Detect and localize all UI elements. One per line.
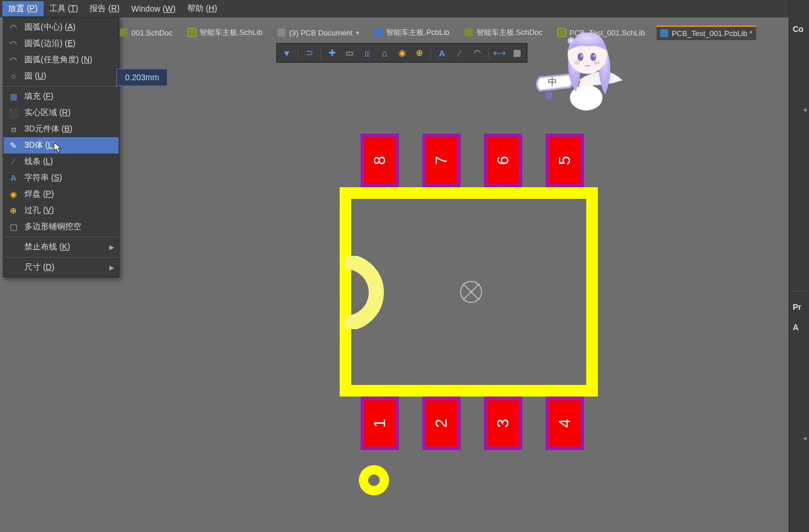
pad-2[interactable]: 2	[422, 397, 461, 450]
right-panel-sub: A	[793, 323, 799, 332]
arc-icon: ◠	[8, 22, 19, 33]
svg-point-12	[590, 53, 596, 61]
right-panel-title: Co	[793, 24, 804, 34]
collapse-arrow-icon[interactable]: ◂	[803, 105, 807, 114]
svg-point-15	[574, 61, 580, 65]
menu-report[interactable]: 报告 (R)	[84, 1, 125, 16]
menu-place-key: P	[30, 3, 35, 13]
pad-8[interactable]: 8	[361, 134, 399, 187]
pad-3[interactable]: 3	[484, 397, 522, 450]
menu-place[interactable]: 放置 (P)	[2, 1, 44, 16]
menu-bar: 放置 (P) 工具 (T) 报告 (R) Window (W) 帮助 (H)	[0, 0, 809, 17]
assistant-mascot[interactable]: 中	[535, 22, 628, 115]
pad-4[interactable]: 4	[546, 397, 584, 450]
mascot-badge-text: 中	[548, 77, 557, 87]
right-panel-collapsed[interactable]: Co ◂ Pr A ◂	[789, 0, 809, 532]
right-panel-properties: Pr	[793, 302, 801, 312]
menu-window[interactable]: Window (W)	[126, 2, 181, 16]
pcb-canvas[interactable]: 8 7 6 5 1 2 3 4	[0, 35, 783, 532]
svg-point-14	[594, 55, 596, 57]
svg-point-7	[368, 474, 380, 486]
svg-rect-8	[546, 92, 553, 99]
pin1-dot-marker	[356, 462, 530, 498]
pad-1[interactable]: 1	[361, 397, 399, 450]
svg-point-11	[578, 53, 583, 61]
collapse-arrow-icon[interactable]: ◂	[803, 433, 807, 442]
pad-5[interactable]: 5	[546, 134, 584, 187]
pin1-marker	[340, 256, 389, 329]
svg-point-16	[594, 61, 600, 65]
svg-point-18	[570, 40, 572, 42]
origin-marker	[458, 279, 484, 305]
pad-7[interactable]: 7	[422, 134, 461, 187]
menu-help[interactable]: 帮助 (H)	[181, 1, 223, 16]
menu-arc-center[interactable]: ◠ 圆弧(中心) (A)	[3, 19, 119, 35]
menu-place-label: 放置	[8, 3, 24, 13]
mouse-cursor	[54, 142, 63, 153]
pad-6[interactable]: 6	[484, 134, 522, 187]
menu-tools[interactable]: 工具 (T)	[44, 1, 84, 16]
svg-point-13	[581, 55, 583, 57]
